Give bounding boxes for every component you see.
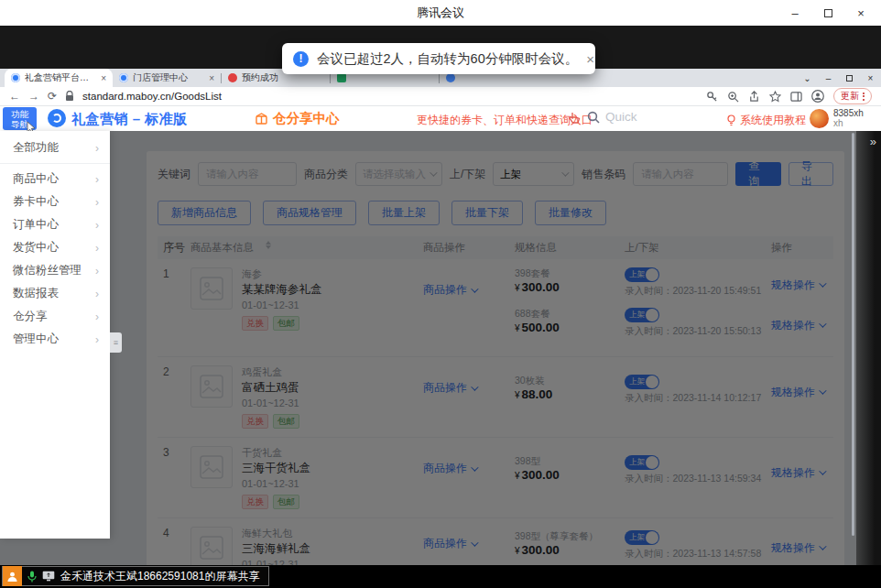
goods-action-dropdown[interactable]: 商品操作 xyxy=(423,282,476,298)
toast-close-icon[interactable]: × xyxy=(586,51,594,67)
profile-icon[interactable] xyxy=(811,90,824,103)
status-label: 上/下架 xyxy=(450,167,485,182)
header-goods-action: 商品操作 xyxy=(423,241,515,255)
spec-action-dropdown[interactable]: 规格操作 xyxy=(771,318,824,333)
sidebar-item-warehouse-share[interactable]: 仓分享› xyxy=(0,305,110,328)
add-goods-button[interactable]: 新增商品信息 xyxy=(158,201,251,225)
chevron-right-icon: › xyxy=(95,242,99,255)
zoom-icon[interactable] xyxy=(727,91,739,103)
keyword-input[interactable] xyxy=(198,162,297,186)
browser-menu-dots-icon[interactable] xyxy=(863,93,865,101)
product-name: 三海干货礼盒 xyxy=(242,461,310,476)
browser-tab-goods[interactable]: 礼盒营销平台管理中心 × xyxy=(5,69,113,87)
goods-list-page: 关键词 商品分类 请选择或输入 上/下架 上架 销售条码 xyxy=(110,131,881,565)
expand-panel-icon[interactable]: » xyxy=(870,135,876,148)
row-index: 2 xyxy=(158,365,190,378)
entry-time: 2023-11-20 15:49:51 xyxy=(673,285,762,296)
forward-icon[interactable]: → xyxy=(28,91,39,102)
browser-tab-store[interactable]: 门店管理中心 × xyxy=(113,69,221,87)
window-maximize-button[interactable] xyxy=(811,0,844,26)
entry-time: 2023-11-14 10:12:17 xyxy=(673,392,762,403)
share-center-link[interactable]: 仓分享中心 xyxy=(255,110,340,127)
on-shelf-toggle[interactable]: 上架 xyxy=(625,455,659,470)
user-account[interactable]: 8385xh xh xyxy=(810,108,864,128)
toast-text: 会议已超过2人，自动转为60分钟限时会议。 xyxy=(317,50,578,68)
sidebar-item-label: 发货中心 xyxy=(13,240,59,256)
on-shelf-toggle[interactable]: 上架 xyxy=(625,530,659,545)
sidebar-item-admin-center[interactable]: 管理中心› xyxy=(0,328,110,351)
bulk-on-shelf-button[interactable]: 批量上架 xyxy=(368,201,440,225)
product-name: 富硒土鸡蛋 xyxy=(242,380,299,396)
search-button[interactable]: 查询 xyxy=(735,162,780,186)
goods-action-dropdown[interactable]: 商品操作 xyxy=(423,536,476,551)
row-index: 4 xyxy=(158,527,190,539)
sidebar-item-label: 全部功能 xyxy=(13,140,59,156)
goods-action-dropdown[interactable]: 商品操作 xyxy=(423,380,476,396)
bulk-toolbar: 新增商品信息 商品规格管理 批量上架 批量下架 批量修改 xyxy=(158,201,833,225)
window-minimize-button[interactable]: – xyxy=(778,0,811,26)
tag-free-shipping: 包邮 xyxy=(273,414,299,429)
header-goods-info: 商品基本信息 xyxy=(190,241,254,255)
spec-action-dropdown[interactable]: 规格操作 xyxy=(771,465,824,481)
on-shelf-toggle[interactable]: 上架 xyxy=(625,267,659,282)
header-on-off: 上/下架 xyxy=(625,241,771,255)
promo-link[interactable]: 更快捷的券卡、订单和快递查询入口 xyxy=(417,113,593,128)
sidebar-item-order-center[interactable]: 订单中心› xyxy=(0,213,110,236)
sidebar-item-goods-center[interactable]: 商品中心› xyxy=(0,168,110,191)
tab-close-icon[interactable]: × xyxy=(209,73,214,83)
browser-tabsearch-chevron-icon[interactable]: ⌄ xyxy=(797,69,818,87)
bulk-off-shelf-button[interactable]: 批量下架 xyxy=(451,201,523,225)
nav-sidebar: 全部功能› 商品中心› 券卡中心› 订单中心› 发货中心› 微信粉丝管理› 数据… xyxy=(0,131,110,539)
browser-minimize-button[interactable]: – xyxy=(818,69,839,87)
scrollbar[interactable] xyxy=(852,133,854,536)
back-icon[interactable]: ← xyxy=(9,91,20,102)
product-image xyxy=(190,446,233,488)
bulk-edit-button[interactable]: 批量修改 xyxy=(535,201,606,225)
spec-price: 300.00 xyxy=(522,543,560,557)
browser-close-button[interactable]: × xyxy=(860,69,881,87)
category-select[interactable]: 请选择或输入 xyxy=(355,162,442,186)
meeting-toast: ! 会议已超过2人，自动转为60分钟限时会议。 × xyxy=(282,43,595,74)
sidebar-item-card-center[interactable]: 券卡中心› xyxy=(0,191,110,213)
product-image xyxy=(190,527,233,569)
chevron-down-icon xyxy=(561,169,569,176)
sidebar-item-reports[interactable]: 数据报表› xyxy=(0,282,110,305)
tab-close-icon[interactable]: × xyxy=(101,73,106,83)
key-icon[interactable] xyxy=(706,91,718,103)
tutorial-link[interactable]: 系统使用教程 xyxy=(726,113,806,128)
spec-action-dropdown[interactable]: 规格操作 xyxy=(771,278,824,293)
share-icon[interactable] xyxy=(748,91,760,103)
side-panel-icon[interactable] xyxy=(790,91,802,103)
window-close-button[interactable]: × xyxy=(844,0,877,26)
on-shelf-toggle[interactable]: 上架 xyxy=(625,308,659,322)
url-field[interactable]: standard.maboy.cn/GoodsList xyxy=(82,91,222,102)
sort-icon[interactable] xyxy=(266,241,271,255)
product-dates: 01-01~12-31 xyxy=(242,477,310,491)
spec-action-dropdown[interactable]: 规格操作 xyxy=(771,540,824,556)
sidebar-item-wechat-fans[interactable]: 微信粉丝管理› xyxy=(0,259,110,282)
sidebar-drag-handle[interactable]: ≡ xyxy=(110,332,122,353)
export-button[interactable]: 导出 xyxy=(789,162,833,186)
chevron-down-icon xyxy=(819,279,826,287)
update-label: 更新 xyxy=(841,90,859,103)
sidebar-item-shipping-center[interactable]: 发货中心› xyxy=(0,236,110,259)
share-text: 金禾通技术王斌18662591081的屏幕共享 xyxy=(60,569,259,584)
image-placeholder-icon xyxy=(200,536,223,560)
reload-icon[interactable]: ⟳ xyxy=(48,91,57,102)
goods-action-dropdown[interactable]: 商品操作 xyxy=(423,461,476,476)
header-spec-info: 规格信息 xyxy=(515,241,625,255)
spec-action-dropdown[interactable]: 规格操作 xyxy=(771,385,824,400)
image-placeholder-icon xyxy=(200,375,223,398)
update-button[interactable]: 更新 xyxy=(833,88,872,104)
status-select[interactable]: 上架 xyxy=(493,162,574,186)
tab-favicon-icon xyxy=(337,73,346,82)
browser-restore-button[interactable] xyxy=(839,69,860,87)
bookmark-star-icon[interactable] xyxy=(769,91,781,103)
quick-search[interactable]: Quick xyxy=(587,110,637,124)
sidebar-item-all-functions[interactable]: 全部功能› xyxy=(0,136,110,159)
row-index: 1 xyxy=(158,267,190,280)
spec-manage-button[interactable]: 商品规格管理 xyxy=(263,201,356,225)
barcode-input[interactable] xyxy=(633,162,728,186)
on-shelf-toggle[interactable]: 上架 xyxy=(625,375,659,389)
table-row: 2 鸡蛋礼盒 富硒土鸡蛋 01-01~12-31 兑换 包邮 xyxy=(158,357,833,438)
